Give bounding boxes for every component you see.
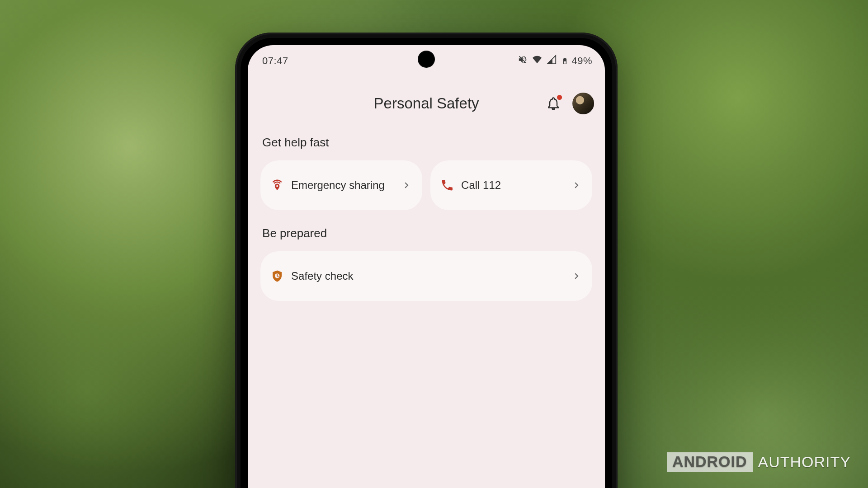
- status-icons: 49%: [518, 55, 593, 67]
- share-location-icon: [270, 178, 284, 192]
- mute-icon: [518, 55, 528, 67]
- notifications-button[interactable]: [546, 96, 561, 111]
- card-label: Safety check: [291, 269, 563, 283]
- card-label: Emergency sharing: [291, 178, 393, 192]
- battery-text: 49%: [572, 55, 593, 67]
- section-title-be-prepared: Be prepared: [262, 226, 592, 240]
- phone-frame: 07:47 49% Personal Safety: [235, 33, 618, 488]
- clock: 07:47: [262, 55, 288, 67]
- header-actions: [546, 93, 594, 114]
- card-call-112[interactable]: Call 112: [430, 160, 592, 210]
- cell-signal-icon: [547, 55, 557, 67]
- watermark-brand-light: AUTHORITY: [758, 453, 851, 471]
- camera-punch-hole: [419, 52, 434, 67]
- watermark-brand-strong: ANDROID: [667, 452, 753, 472]
- get-help-row: Emergency sharing Call 112: [260, 160, 592, 210]
- watermark: ANDROID AUTHORITY: [667, 452, 851, 472]
- page-title: Personal Safety: [374, 95, 479, 112]
- card-label: Call 112: [461, 178, 563, 192]
- chevron-right-icon: [571, 179, 582, 191]
- battery-indicator: 49%: [561, 55, 593, 67]
- account-avatar[interactable]: [572, 93, 594, 114]
- card-emergency-sharing[interactable]: Emergency sharing: [260, 160, 422, 210]
- content-area: Get help fast Emergency sharing Call 11: [248, 124, 605, 301]
- app-header: Personal Safety: [248, 83, 605, 124]
- chevron-right-icon: [401, 179, 412, 191]
- wifi-icon: [533, 55, 542, 67]
- card-safety-check[interactable]: Safety check: [260, 251, 592, 301]
- notification-dot-icon: [557, 95, 562, 100]
- phone-icon: [440, 178, 454, 192]
- section-title-get-help: Get help fast: [262, 136, 592, 150]
- chevron-right-icon: [571, 270, 582, 282]
- phone-screen: 07:47 49% Personal Safety: [248, 45, 605, 488]
- shield-clock-icon: [270, 269, 284, 283]
